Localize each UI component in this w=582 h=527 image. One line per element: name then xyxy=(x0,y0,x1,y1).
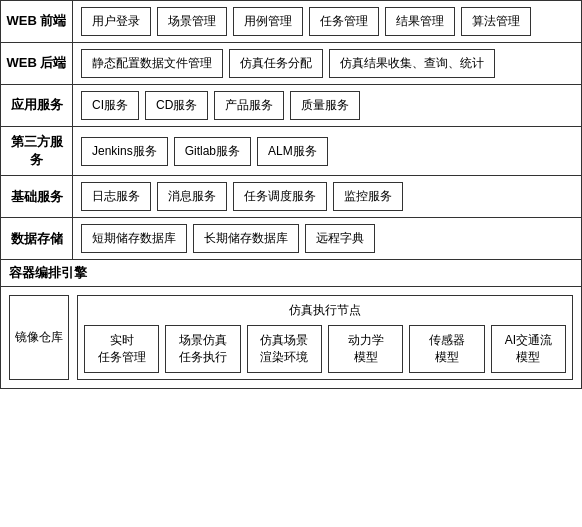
sim-exec-boxes: 实时任务管理 场景仿真任务执行 仿真场景渲染环境 动力学模型 传感器模型 AI交… xyxy=(84,325,566,373)
content-web-backend: 静态配置数据文件管理 仿真任务分配 仿真结果收集、查询、统计 xyxy=(73,43,581,84)
label-web-frontend: WEB 前端 xyxy=(1,1,73,42)
item-storage-2: 远程字典 xyxy=(305,224,375,253)
item-storage-1: 长期储存数据库 xyxy=(193,224,299,253)
label-web-backend: WEB 后端 xyxy=(1,43,73,84)
sim-exec-box-3: 动力学模型 xyxy=(328,325,403,373)
content-base-service: 日志服务 消息服务 任务调度服务 监控服务 xyxy=(73,176,581,217)
item-app-3: 质量服务 xyxy=(290,91,360,120)
item-third-0: Jenkins服务 xyxy=(81,137,168,166)
item-storage-0: 短期储存数据库 xyxy=(81,224,187,253)
item-third-1: Gitlab服务 xyxy=(174,137,251,166)
content-data-storage: 短期储存数据库 长期储存数据库 远程字典 xyxy=(73,218,581,259)
content-web-frontend: 用户登录 场景管理 用例管理 任务管理 结果管理 算法管理 xyxy=(73,1,581,42)
sim-exec-title: 仿真执行节点 xyxy=(84,302,566,319)
item-base-0: 日志服务 xyxy=(81,182,151,211)
row-data-storage: 数据存储 短期储存数据库 长期储存数据库 远程字典 xyxy=(1,218,581,260)
sim-exec-box-1: 场景仿真任务执行 xyxy=(165,325,240,373)
mirror-warehouse: 镜像仓库 xyxy=(9,295,69,380)
label-data-storage: 数据存储 xyxy=(1,218,73,259)
item-app-2: 产品服务 xyxy=(214,91,284,120)
content-third-party: Jenkins服务 Gitlab服务 ALM服务 xyxy=(73,127,581,175)
row-third-party: 第三方服务 Jenkins服务 Gitlab服务 ALM服务 xyxy=(1,127,581,176)
sim-exec-box-0: 实时任务管理 xyxy=(84,325,159,373)
architecture-diagram: WEB 前端 用户登录 场景管理 用例管理 任务管理 结果管理 算法管理 WEB… xyxy=(0,0,582,389)
row-web-frontend: WEB 前端 用户登录 场景管理 用例管理 任务管理 结果管理 算法管理 xyxy=(1,1,581,43)
item-frontend-0: 用户登录 xyxy=(81,7,151,36)
item-frontend-3: 任务管理 xyxy=(309,7,379,36)
label-container-engine: 容器编排引擎 xyxy=(1,260,581,287)
container-content: 镜像仓库 仿真执行节点 实时任务管理 场景仿真任务执行 仿真场景渲染环境 动力学… xyxy=(1,287,581,388)
label-third-party: 第三方服务 xyxy=(1,127,73,175)
item-base-3: 监控服务 xyxy=(333,182,403,211)
item-backend-2: 仿真结果收集、查询、统计 xyxy=(329,49,495,78)
row-app-service: 应用服务 CI服务 CD服务 产品服务 质量服务 xyxy=(1,85,581,127)
item-frontend-1: 场景管理 xyxy=(157,7,227,36)
item-frontend-5: 算法管理 xyxy=(461,7,531,36)
label-base-service: 基础服务 xyxy=(1,176,73,217)
row-web-backend: WEB 后端 静态配置数据文件管理 仿真任务分配 仿真结果收集、查询、统计 xyxy=(1,43,581,85)
item-frontend-2: 用例管理 xyxy=(233,7,303,36)
item-base-1: 消息服务 xyxy=(157,182,227,211)
label-app-service: 应用服务 xyxy=(1,85,73,126)
row-container-engine: 容器编排引擎 镜像仓库 仿真执行节点 实时任务管理 场景仿真任务执行 仿真场景渲… xyxy=(1,260,581,388)
sim-exec-box-5: AI交通流模型 xyxy=(491,325,566,373)
item-app-0: CI服务 xyxy=(81,91,139,120)
row-base-service: 基础服务 日志服务 消息服务 任务调度服务 监控服务 xyxy=(1,176,581,218)
item-third-2: ALM服务 xyxy=(257,137,328,166)
sim-exec-box-4: 传感器模型 xyxy=(409,325,484,373)
item-frontend-4: 结果管理 xyxy=(385,7,455,36)
sim-exec-box-2: 仿真场景渲染环境 xyxy=(247,325,322,373)
item-base-2: 任务调度服务 xyxy=(233,182,327,211)
sim-exec-area: 仿真执行节点 实时任务管理 场景仿真任务执行 仿真场景渲染环境 动力学模型 传感… xyxy=(77,295,573,380)
content-app-service: CI服务 CD服务 产品服务 质量服务 xyxy=(73,85,581,126)
item-backend-0: 静态配置数据文件管理 xyxy=(81,49,223,78)
item-app-1: CD服务 xyxy=(145,91,208,120)
item-backend-1: 仿真任务分配 xyxy=(229,49,323,78)
container-label-row: 镜像仓库 仿真执行节点 实时任务管理 场景仿真任务执行 仿真场景渲染环境 动力学… xyxy=(1,287,581,388)
